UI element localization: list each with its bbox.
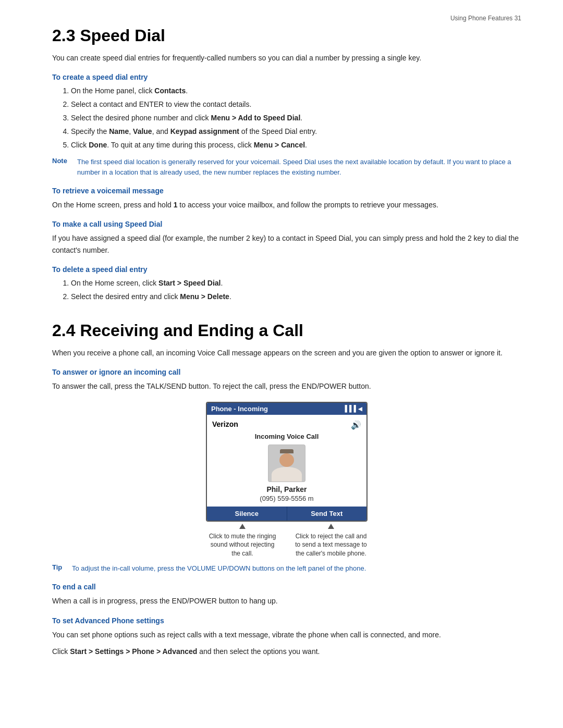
- section-24-title: 2.4 Receiving and Ending a Call: [52, 321, 521, 340]
- step-5: Click Done. To quit at any time during t…: [71, 140, 521, 151]
- phone-speaker-icon: 🔊: [351, 420, 361, 430]
- caption-right: Click to reject the call and to send a t…: [290, 532, 372, 558]
- subsection-voicemail-title: To retrieve a voicemail message: [52, 187, 521, 195]
- phone-screenshot-wrapper: Phone - Incoming ▐▐▐ ◀ Verizon 🔊 Incomin…: [52, 402, 521, 558]
- phone-captions: Click to mute the ringing sound without …: [198, 524, 375, 558]
- left-arrow: [201, 524, 284, 530]
- step-3: Select the desired phone number and clic…: [71, 113, 521, 124]
- advanced-bold: Start > Settings > Phone > Advanced: [70, 647, 197, 656]
- step-1: On the Home panel, click Contacts.: [71, 85, 521, 96]
- subsection-advanced-settings-title: To set Advanced Phone settings: [52, 616, 521, 625]
- phone-number: (095) 559-5556 m: [212, 495, 361, 502]
- delete-step-2-bold: Menu > Delete: [180, 292, 229, 301]
- step-4-bold3: Keypad assignment: [170, 127, 239, 135]
- phone-sendtext-button[interactable]: Send Text: [287, 507, 367, 521]
- step-4-bold1: Name: [109, 127, 129, 135]
- phone-body: Verizon 🔊 Incoming Voice Call Phil, Par: [207, 415, 366, 502]
- phone-silence-button[interactable]: Silence: [207, 507, 287, 521]
- caption-left: Click to mute the ringing sound without …: [201, 532, 284, 558]
- subsection-delete-entry-title: To delete a speed dial entry: [52, 265, 521, 274]
- step-5-bold2: Menu > Cancel: [254, 141, 305, 149]
- subsection-answer-title: To answer or ignore an incoming call: [52, 368, 521, 376]
- phone-titlebar-label: Phone - Incoming: [211, 405, 268, 413]
- tip-text: To adjust the in-call volume, press the …: [72, 563, 366, 574]
- voicemail-body: On the Home screen, press and hold 1 to …: [52, 199, 521, 211]
- phone-titlebar: Phone - Incoming ▐▐▐ ◀: [207, 403, 366, 415]
- phone-name: Phil, Parker: [212, 485, 361, 493]
- advanced-body2: Click Start > Settings > Phone > Advance…: [52, 646, 521, 657]
- note-label: Note: [52, 157, 72, 177]
- phone-carrier: Verizon: [212, 420, 238, 428]
- delete-step-1-bold: Start > Speed Dial: [158, 279, 221, 287]
- step-4-bold2: Value: [133, 127, 152, 135]
- answer-body: To answer the call, press the TALK/SEND …: [52, 380, 521, 392]
- delete-entry-steps: On the Home screen, click Start > Speed …: [71, 278, 521, 302]
- step-5-bold1: Done: [89, 141, 107, 149]
- phone-titlebar-icons: ▐▐▐ ◀: [342, 405, 362, 412]
- delete-step-2: Select the desired entry and click Menu …: [71, 291, 521, 302]
- note-text: The first speed dial location is general…: [77, 157, 521, 177]
- tip-label: Tip: [52, 563, 67, 574]
- phone-avatar: [268, 445, 305, 482]
- phone-buttons: Silence Send Text: [207, 507, 366, 521]
- step-4: Specify the Name, Value, and Keypad assi…: [71, 126, 521, 137]
- section-23-title: 2.3 Speed Dial: [52, 26, 521, 45]
- page-header: Using Phone Features 31: [450, 15, 521, 22]
- battery-icon: ▐▐▐: [342, 405, 356, 412]
- step-3-bold: Menu > Add to Speed Dial: [211, 114, 301, 122]
- section-24-intro: When you receive a phone call, an incomi…: [52, 348, 521, 359]
- subsection-create-entry-title: To create a speed dial entry: [52, 73, 521, 81]
- step-2: Select a contact and ENTER to view the c…: [71, 99, 521, 110]
- advanced-body1: You can set phone options such as reject…: [52, 629, 521, 640]
- create-entry-steps: On the Home panel, click Contacts. Selec…: [71, 85, 521, 151]
- section-23-intro: You can create speed dial entries for fr…: [52, 53, 521, 64]
- subsection-end-call-title: To end a call: [52, 583, 521, 591]
- create-entry-note: Note The first speed dial location is ge…: [52, 157, 521, 177]
- end-call-body: When a call is in progress, press the EN…: [52, 595, 521, 607]
- phone-screen: Phone - Incoming ▐▐▐ ◀ Verizon 🔊 Incomin…: [206, 402, 368, 522]
- delete-step-1: On the Home screen, click Start > Speed …: [71, 278, 521, 289]
- subsection-make-call-title: To make a call using Speed Dial: [52, 220, 521, 228]
- signal-icon: ◀: [358, 406, 362, 412]
- answer-tip: Tip To adjust the in-call volume, press …: [52, 563, 521, 574]
- right-arrow: [290, 524, 372, 530]
- step-1-bold: Contacts: [154, 87, 186, 95]
- make-call-body: If you have assigned a speed dial (for e…: [52, 232, 521, 256]
- phone-incoming-label: Incoming Voice Call: [212, 433, 361, 440]
